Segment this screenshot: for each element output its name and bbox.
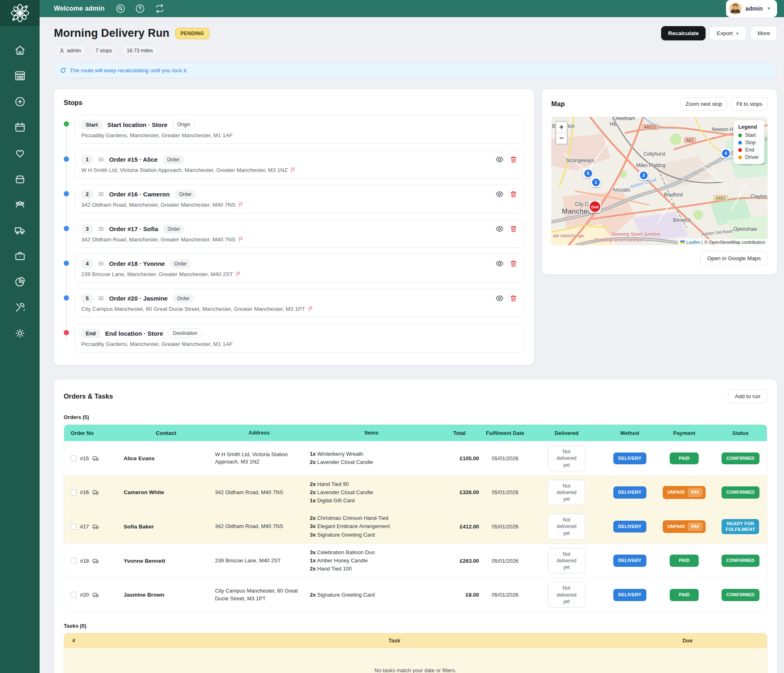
user-menu[interactable]: admin ▼: [726, 0, 777, 17]
brand-logo[interactable]: [0, 0, 40, 26]
add-to-run-button[interactable]: Add to run: [728, 389, 767, 403]
order-address: W H Smith Ltd, Victoria Station Approach…: [212, 447, 306, 470]
end-dot: [64, 330, 69, 335]
order-number: #17: [80, 524, 89, 530]
map-label: Strangeways: [566, 158, 594, 163]
zoom-next-stop-button[interactable]: Zoom next stop: [680, 97, 728, 111]
row-checkbox[interactable]: [71, 592, 77, 598]
legend-item-stop: Stop: [738, 140, 759, 145]
map-label: Miles Platting: [636, 163, 665, 168]
delete-stop-button[interactable]: [510, 260, 517, 267]
view-stop-button[interactable]: [496, 156, 503, 163]
row-checkbox[interactable]: [71, 558, 77, 564]
sidebar-item-reports[interactable]: [14, 276, 26, 288]
stop-marker-1[interactable]: 1: [591, 177, 601, 187]
view-stop-button[interactable]: [496, 260, 503, 267]
col-fulfilment-date: Fulfilment Date: [482, 426, 528, 440]
more-button[interactable]: More: [751, 26, 777, 40]
delete-stop-button[interactable]: [510, 225, 517, 233]
sidebar-item-store[interactable]: [14, 70, 26, 82]
search-button[interactable]: [115, 3, 126, 14]
row-checkbox[interactable]: [71, 489, 77, 495]
map-label: Beswick: [673, 217, 691, 223]
delivered-status-button[interactable]: Not delivered yet: [548, 514, 585, 539]
stop-chip: 1: [81, 155, 93, 164]
delivered-status-button[interactable]: Not delivered yet: [548, 480, 585, 506]
view-stop-button[interactable]: [496, 294, 503, 302]
view-stop-button[interactable]: [496, 225, 503, 233]
delete-stop-button[interactable]: [510, 190, 517, 198]
stop-address: 342 Oldham Road, Manchester, Greater Man…: [81, 236, 517, 243]
col-address: Address: [212, 425, 306, 441]
start-legend-dot: [738, 134, 742, 137]
sidebar-item-home[interactable]: [14, 44, 26, 56]
drag-handle-icon[interactable]: [98, 156, 104, 163]
junction-label: ate Interchange: [553, 233, 584, 238]
heart-icon: [14, 147, 26, 159]
contact-name: Yvonne Bennett: [120, 554, 212, 568]
col-total: Total: [437, 426, 482, 440]
pay-button[interactable]: PAY: [688, 522, 703, 531]
sidebar-item-business[interactable]: [14, 250, 26, 262]
drag-handle-icon[interactable]: [98, 295, 104, 301]
sidebar-item-orders[interactable]: [14, 173, 26, 185]
col-task: Task: [106, 637, 682, 644]
order-address: 342 Oldham Road, M40 7NS: [212, 519, 306, 535]
flag-icon: [238, 237, 243, 242]
run-meta: admin 7 stops 16.73 miles: [54, 45, 777, 56]
stop-type-badge: Order: [163, 225, 185, 234]
sidebar-item-customers[interactable]: [14, 198, 26, 211]
eye-icon: [496, 225, 503, 233]
fulfilment-date: 05/01/2026: [482, 554, 528, 568]
sidebar-item-deliveries[interactable]: [14, 224, 26, 236]
delivered-status-button[interactable]: Not delivered yet: [548, 582, 585, 608]
leaflet-link[interactable]: Leaflet: [686, 240, 700, 245]
sidebar-item-tools[interactable]: [14, 301, 26, 314]
stop-marker-4[interactable]: 4: [721, 148, 731, 158]
switch-button[interactable]: [154, 3, 165, 14]
osm-link[interactable]: © OpenStreetMap contributors: [704, 240, 765, 245]
search-icon: [115, 3, 126, 14]
recalculate-button[interactable]: Recalculate: [661, 26, 706, 40]
method-badge: DELIVERY: [613, 555, 646, 567]
order-number: #16: [80, 489, 89, 495]
payment-badge: PAID: [670, 452, 699, 465]
stop-row-end: End End location · Store Destination Pic…: [74, 323, 524, 352]
help-button[interactable]: [135, 3, 145, 14]
row-checkbox[interactable]: [71, 455, 77, 461]
row-checkbox[interactable]: [71, 524, 77, 530]
sidebar-item-favourites[interactable]: [14, 147, 26, 159]
eye-icon: [496, 294, 503, 302]
map-canvas[interactable]: Broughton Cheetham Hill A6010 A62 Newton…: [551, 117, 768, 245]
payment-badge: UNPAIDPAY: [663, 520, 706, 533]
sidebar-item-settings[interactable]: [14, 327, 26, 339]
stop-marker-3[interactable]: 3: [639, 170, 648, 180]
stop-marker-5[interactable]: 5: [583, 168, 593, 178]
sidebar-item-add[interactable]: [14, 96, 26, 108]
delete-stop-button[interactable]: [510, 156, 517, 163]
order-number: #15: [80, 455, 89, 461]
stop-title: Order #20 · Jasmine: [109, 295, 167, 302]
pay-button[interactable]: PAY: [688, 488, 703, 497]
export-button[interactable]: Export▼: [710, 26, 746, 40]
drag-handle-icon[interactable]: [98, 191, 104, 197]
user-avatar: [729, 2, 742, 15]
method-badge: DELIVERY: [613, 521, 646, 533]
sidebar-item-calendar[interactable]: [14, 121, 26, 134]
zoom-out-button[interactable]: −: [556, 133, 567, 144]
status-badge: CONFIRMED: [722, 486, 760, 499]
drag-handle-icon[interactable]: [98, 226, 104, 232]
end-marker[interactable]: End: [589, 201, 601, 213]
view-stop-button[interactable]: [496, 190, 503, 198]
open-google-maps-button[interactable]: Open in Google Maps: [700, 251, 768, 265]
trash-icon: [510, 190, 517, 198]
delivery-truck-icon: [92, 557, 99, 564]
flag-icon: [290, 167, 296, 173]
delivered-status-button[interactable]: Not delivered yet: [548, 548, 585, 574]
order-row-20: #20 Jasmine Brown City Campus Manchester…: [64, 577, 767, 612]
delete-stop-button[interactable]: [510, 294, 517, 302]
zoom-in-button[interactable]: +: [556, 122, 567, 133]
drag-handle-icon[interactable]: [98, 261, 104, 267]
delivered-status-button[interactable]: Not delivered yet: [548, 446, 585, 471]
fit-to-stops-button[interactable]: Fit to stops: [731, 97, 768, 111]
